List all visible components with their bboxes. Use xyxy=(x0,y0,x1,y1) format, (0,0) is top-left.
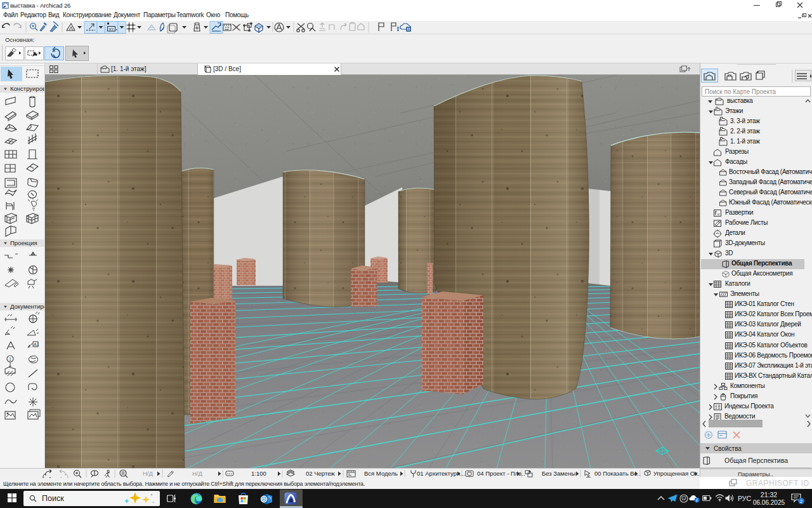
svg-text:2: 2 xyxy=(800,498,803,504)
svg-text:XY: XY xyxy=(109,27,114,31)
svg-text:02 Чертеж: 02 Чертеж xyxy=(306,470,335,477)
svg-text:Без Замены: Без Замены xyxy=(542,470,575,477)
svg-text:1:100: 1:100 xyxy=(251,470,266,477)
svg-text:i: i xyxy=(697,498,698,502)
svg-text:Конструирова: Конструирова xyxy=(10,85,44,92)
svg-text:Вся Модель: Вся Модель xyxy=(364,470,398,477)
svg-text:Н/Д: Н/Д xyxy=(143,470,154,477)
svg-text:1: 1 xyxy=(9,357,11,361)
svg-text:00 Показать Вс..: 00 Показать Вс.. xyxy=(594,470,641,477)
svg-text:o: o xyxy=(717,212,720,216)
svg-text:Н/Д: Н/Д xyxy=(192,470,203,477)
svg-text:Упрощенная Ок..: Упрощенная Ок.. xyxy=(653,470,701,477)
svg-text:A1: A1 xyxy=(34,342,39,347)
svg-text:Проекция: Проекция xyxy=(10,239,37,246)
svg-text:Документиров: Документиров xyxy=(10,303,44,310)
svg-text:12: 12 xyxy=(225,26,230,30)
